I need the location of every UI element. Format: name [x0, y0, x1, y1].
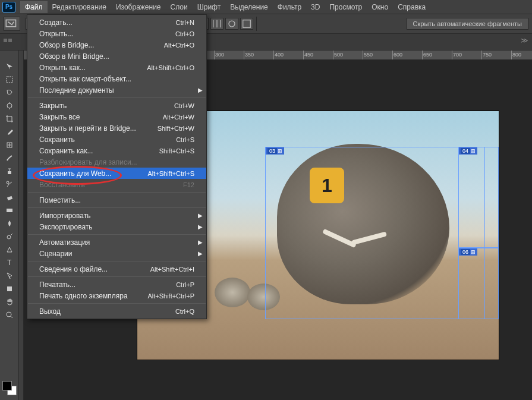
dist-5-icon[interactable]	[225, 18, 238, 30]
menu-item-label: Автоматизация	[39, 238, 90, 247]
eraser-tool-icon[interactable]	[0, 191, 19, 204]
menu-item-shortcut: F12	[183, 181, 194, 188]
color-swatches[interactable]	[2, 381, 17, 395]
dist-4-icon[interactable]	[210, 18, 223, 30]
history-brush-tool-icon[interactable]	[0, 178, 19, 191]
menu-item-открыть-как-смарт-объект-[interactable]: Открыть как смарт-объект...	[27, 73, 206, 84]
menu-файл[interactable]: Файл	[20, 1, 48, 13]
menu-item-открыть-[interactable]: Открыть...Ctrl+O	[27, 28, 206, 39]
pen-tool-icon[interactable]	[0, 243, 19, 256]
menu-3d[interactable]: 3D	[306, 1, 325, 13]
slice-06[interactable]: 06⊞	[458, 248, 499, 319]
svg-rect-30	[7, 77, 12, 83]
menu-item-обзор-в-bridge-[interactable]: Обзор в Bridge...Alt+Ctrl+O	[27, 39, 206, 51]
slice-04[interactable]: 04⊞	[458, 147, 499, 248]
menu-item-экспортировать[interactable]: Экспортировать▶	[27, 221, 206, 232]
menu-item-обзор-в-mini-bridge-[interactable]: Обзор в Mini Bridge...	[27, 51, 206, 62]
menu-item-сведения-о-файле-[interactable]: Сведения о файле...Alt+Shift+Ctrl+I	[27, 263, 206, 275]
slice-badge: 04⊞	[459, 147, 477, 155]
quick-select-tool-icon[interactable]	[0, 99, 19, 112]
brush-tool-icon[interactable]	[0, 152, 19, 165]
rectangle-tool-icon[interactable]	[0, 282, 19, 295]
menu-item-shortcut: Shift+Ctrl+W	[158, 125, 194, 132]
menu-item-label: Печать одного экземпляра	[39, 292, 128, 300]
menu-item-сценарии[interactable]: Сценарии▶	[27, 248, 206, 259]
menu-item-поместить-[interactable]: Поместить...	[27, 194, 206, 206]
menu-редактирование[interactable]: Редактирование	[48, 1, 111, 13]
menu-item-shortcut: Alt+Ctrl+W	[163, 114, 194, 121]
menu-item-label: Сценарии	[39, 250, 72, 258]
path-select-tool-icon[interactable]	[0, 269, 19, 282]
menu-item-закрыть-и-перейти-в-bridge-[interactable]: Закрыть и перейти в Bridge...Shift+Ctrl+…	[27, 122, 206, 134]
menu-item-label: Открыть как...	[39, 64, 86, 72]
eyedropper-tool-icon[interactable]	[0, 125, 19, 138]
menu-item-сохранить-для-web-[interactable]: Сохранить для Web...Alt+Shift+Ctrl+S	[27, 168, 206, 179]
blur-tool-icon[interactable]	[0, 217, 19, 230]
move-tool-icon[interactable]	[0, 60, 19, 73]
menu-слои[interactable]: Слои	[166, 1, 193, 13]
menu-item-shortcut: Ctrl+S	[176, 136, 194, 143]
menu-separator	[28, 192, 206, 193]
submenu-arrow-icon: ▶	[198, 212, 203, 219]
menu-item-label: Разблокировать для записи...	[39, 158, 137, 166]
menu-item-label: Экспортировать	[39, 223, 93, 231]
menu-окно[interactable]: Окно	[367, 1, 393, 13]
menu-item-закрыть[interactable]: ЗакрытьCtrl+W	[27, 100, 206, 111]
menu-item-импортировать[interactable]: Импортировать▶	[27, 210, 206, 221]
menu-item-shortcut: Alt+Ctrl+O	[164, 42, 194, 49]
menu-item-создать-[interactable]: Создать...Ctrl+N	[27, 17, 206, 28]
menu-item-автоматизация[interactable]: Автоматизация▶	[27, 237, 206, 248]
menu-item-сохранить[interactable]: СохранитьCtrl+S	[27, 134, 206, 145]
slice-badge: 06⊞	[459, 248, 477, 256]
zoom-tool-icon[interactable]	[0, 308, 19, 322]
menu-item-сохранить-как-[interactable]: Сохранить как...Shift+Ctrl+S	[27, 145, 206, 156]
dist-6-icon[interactable]	[240, 18, 253, 30]
clone-tool-icon[interactable]	[0, 165, 19, 178]
menu-item-печатать-[interactable]: Печатать...Ctrl+P	[27, 279, 206, 290]
menubar: Ps ФайлРедактированиеИзображениеСлоиШриф…	[0, 0, 532, 14]
menu-item-последние-документы[interactable]: Последние документы▶	[27, 84, 206, 96]
menu-item-label: Открыть как смарт-объект...	[39, 75, 131, 83]
dodge-tool-icon[interactable]	[0, 230, 19, 243]
menu-item-label: Обзор в Bridge...	[39, 41, 94, 49]
menu-item-label: Закрыть и перейти в Bridge...	[39, 124, 136, 133]
gradient-tool-icon[interactable]	[0, 204, 19, 217]
menu-item-выход[interactable]: ВыходCtrl+Q	[27, 305, 206, 317]
file-menu-dropdown: Создать...Ctrl+NОткрыть...Ctrl+OОбзор в …	[27, 14, 207, 319]
hide-auto-fragments-button[interactable]: Скрыть автоматические фрагменты	[407, 18, 528, 30]
menu-фильтр[interactable]: Фильтр	[273, 1, 306, 13]
menu-шрифт[interactable]: Шрифт	[193, 1, 225, 13]
menu-item-shortcut: Ctrl+Q	[175, 308, 194, 315]
image-detail	[215, 278, 250, 307]
menu-item-label: Сведения о файле...	[39, 265, 108, 273]
menu-item-shortcut: Alt+Shift+Ctrl+P	[147, 292, 194, 300]
svg-line-42	[11, 316, 12, 318]
svg-rect-35	[7, 196, 12, 200]
slice-badge: 03⊞	[266, 147, 284, 155]
svg-rect-0	[6, 20, 15, 27]
svg-rect-40	[7, 286, 12, 291]
type-tool-icon[interactable]: T	[0, 256, 19, 269]
menu-изображение[interactable]: Изображение	[111, 1, 166, 13]
foreground-color-swatch[interactable]	[2, 381, 12, 390]
tool-preset-picker[interactable]	[4, 17, 20, 31]
menu-item-label: Обзор в Mini Bridge...	[39, 52, 109, 61]
marquee-tool-icon[interactable]	[0, 73, 19, 86]
slice-03[interactable]: 03⊞	[265, 147, 485, 319]
menu-item-закрыть-все[interactable]: Закрыть всеAlt+Ctrl+W	[27, 111, 206, 122]
crop-tool-icon[interactable]	[0, 112, 19, 125]
menu-separator	[28, 261, 206, 262]
svg-text:T: T	[7, 259, 12, 267]
submenu-arrow-icon: ▶	[198, 250, 203, 257]
menu-просмотр[interactable]: Просмотр	[325, 1, 367, 13]
healing-tool-icon[interactable]	[0, 138, 19, 152]
hand-tool-icon[interactable]	[0, 295, 19, 308]
lasso-tool-icon[interactable]	[0, 86, 19, 99]
menu-item-открыть-как-[interactable]: Открыть как...Alt+Shift+Ctrl+O	[27, 62, 206, 73]
menu-item-label: Печатать...	[39, 281, 75, 289]
menu-выделение[interactable]: Выделение	[225, 1, 273, 13]
menu-item-label: Закрыть все	[39, 113, 80, 121]
svg-point-41	[7, 312, 11, 317]
menu-item-печать-одного-экземпляра[interactable]: Печать одного экземпляраAlt+Shift+Ctrl+P	[27, 290, 206, 301]
menu-справка[interactable]: Справка	[393, 1, 430, 13]
